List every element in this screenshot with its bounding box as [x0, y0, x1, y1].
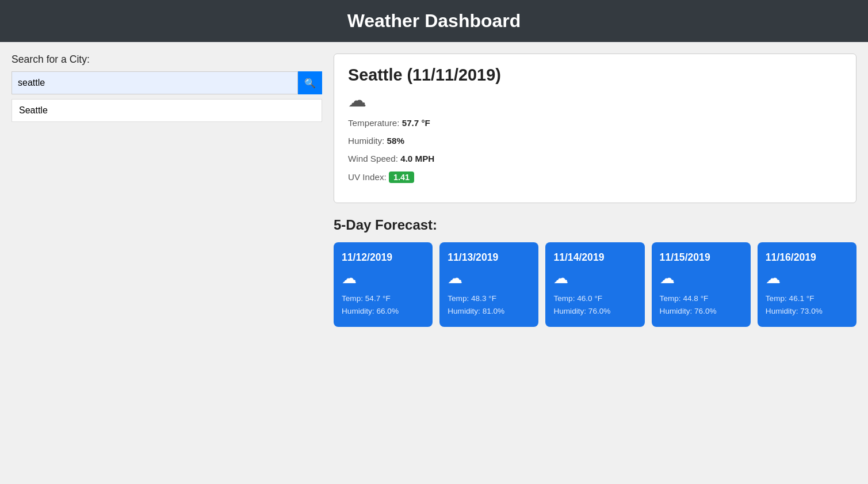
uv-index-label: UV Index: [348, 172, 387, 182]
forecast-date-3: 11/15/2019 [660, 251, 743, 264]
forecast-title: 5-Day Forecast: [334, 217, 856, 233]
wind-speed-stat: Wind Speed: 4.0 MPH [348, 154, 842, 163]
right-panel: Seattle (11/11/2019) ☁ Temperature: 57.7… [334, 54, 856, 327]
search-label: Search for a City: [12, 54, 322, 66]
forecast-temp-3: Temp: 44.8 °F [660, 292, 743, 305]
humidity-stat: Humidity: 58% [348, 136, 842, 146]
forecast-card: 11/14/2019 ☁ Temp: 46.0 °F Humidity: 76.… [545, 242, 644, 327]
forecast-humidity-0: Humidity: 66.0% [342, 305, 425, 318]
wind-speed-value: 4.0 MPH [400, 154, 434, 163]
current-weather-cloud-icon: ☁ [348, 89, 842, 111]
forecast-date-0: 11/12/2019 [342, 251, 425, 264]
search-icon: 🔍 [304, 78, 316, 89]
forecast-temp-4: Temp: 46.1 °F [766, 292, 848, 305]
forecast-cloud-icon-0: ☁ [342, 269, 425, 287]
forecast-humidity-4: Humidity: 73.0% [766, 305, 848, 318]
forecast-temp-1: Temp: 48.3 °F [448, 292, 530, 305]
forecast-cloud-icon-2: ☁ [553, 269, 636, 287]
autocomplete-item[interactable]: Seattle [12, 99, 322, 122]
forecast-cards: 11/12/2019 ☁ Temp: 54.7 °F Humidity: 66.… [334, 242, 856, 327]
temperature-label: Temperature: [348, 118, 399, 128]
forecast-humidity-1: Humidity: 81.0% [448, 305, 530, 318]
forecast-temp-0: Temp: 54.7 °F [342, 292, 425, 305]
main-content: Search for a City: 🔍 Seattle Seattle (11… [0, 42, 868, 338]
forecast-card: 11/13/2019 ☁ Temp: 48.3 °F Humidity: 81.… [439, 242, 538, 327]
page-title: Weather Dashboard [347, 10, 521, 31]
forecast-date-4: 11/16/2019 [766, 251, 848, 264]
forecast-card: 11/16/2019 ☁ Temp: 46.1 °F Humidity: 73.… [758, 242, 856, 327]
forecast-section: 5-Day Forecast: 11/12/2019 ☁ Temp: 54.7 … [334, 217, 856, 327]
search-row: 🔍 [12, 71, 322, 94]
forecast-humidity-2: Humidity: 76.0% [553, 305, 636, 318]
uv-index-stat: UV Index: 1.41 [348, 172, 842, 183]
temperature-value: 57.7 °F [402, 118, 430, 128]
humidity-label: Humidity: [348, 136, 384, 146]
search-button[interactable]: 🔍 [298, 71, 322, 94]
uv-index-badge: 1.41 [389, 172, 414, 183]
search-input[interactable] [12, 71, 298, 94]
humidity-value: 58% [387, 136, 404, 146]
forecast-card: 11/15/2019 ☁ Temp: 44.8 °F Humidity: 76.… [652, 242, 751, 327]
forecast-humidity-3: Humidity: 76.0% [660, 305, 743, 318]
forecast-cloud-icon-1: ☁ [448, 269, 530, 287]
forecast-cloud-icon-3: ☁ [660, 269, 743, 287]
city-title: Seattle (11/11/2019) [348, 66, 842, 85]
forecast-date-1: 11/13/2019 [448, 251, 530, 264]
forecast-temp-2: Temp: 46.0 °F [553, 292, 636, 305]
forecast-card: 11/12/2019 ☁ Temp: 54.7 °F Humidity: 66.… [334, 242, 433, 327]
forecast-cloud-icon-4: ☁ [766, 269, 848, 287]
left-panel: Search for a City: 🔍 Seattle [12, 54, 322, 327]
current-weather-card: Seattle (11/11/2019) ☁ Temperature: 57.7… [334, 54, 856, 203]
temperature-stat: Temperature: 57.7 °F [348, 118, 842, 128]
forecast-date-2: 11/14/2019 [553, 251, 636, 264]
page-header: Weather Dashboard [0, 0, 868, 42]
wind-speed-label: Wind Speed: [348, 154, 398, 163]
